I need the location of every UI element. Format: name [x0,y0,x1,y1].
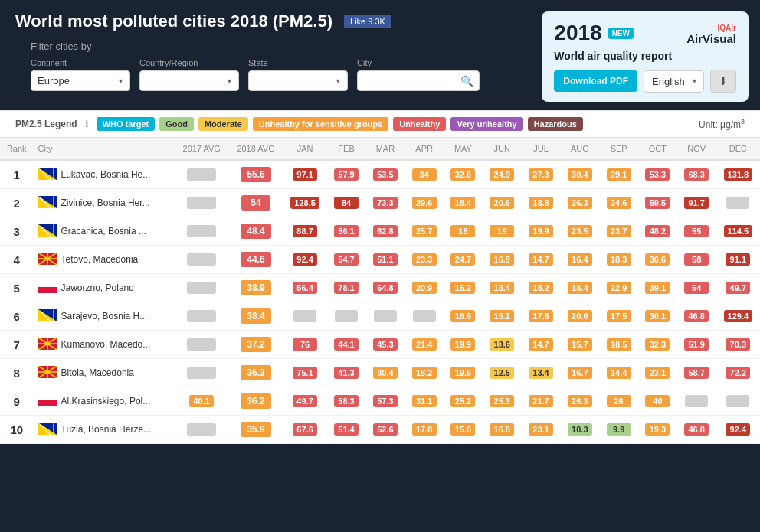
col-header-city: City [34,138,175,160]
svg-point-8 [48,177,49,178]
month-cell: 53.5 [365,160,405,189]
month-cell: 16.2 [444,274,483,302]
col-header-jul: JUL [522,138,561,160]
svg-point-15 [43,201,44,202]
rank-cell: 2 [0,189,34,217]
month-cell: 29.6 [405,189,444,217]
city-cell[interactable]: Jaworzno, Poland [34,274,175,302]
month-cell [716,387,760,416]
city-name: Al.Krasinskiego, Pol... [61,396,151,406]
table-row: 7 Kumanovo, Macedo... 37.27644.145.321.4… [0,331,760,359]
avg2017-cell [175,246,229,274]
month-cell: 52.6 [365,416,405,444]
table-row: 5 Jaworzno, Poland 38.956.478.164.820.91… [0,274,760,302]
svg-point-41 [40,311,41,312]
month-cell: 46.8 [677,416,716,444]
avg2018-cell: 36.3 [229,359,283,387]
svg-rect-61 [38,400,57,406]
legend-info-icon[interactable]: ℹ [85,119,89,129]
avg2018-cell: 54 [229,189,283,217]
svg-point-67 [43,427,44,429]
month-cell: 72.2 [716,359,760,387]
col-header-may: MAY [444,138,483,160]
month-cell: 64.8 [365,274,405,302]
svg-point-66 [41,426,43,427]
legend-hazardous: Hazardous [528,117,583,131]
month-cell: 34 [405,160,444,189]
col-header-aug: AUG [560,138,599,160]
country-select[interactable] [139,70,239,91]
month-cell: 58.3 [327,387,366,416]
city-cell[interactable]: Tuzla, Bosnia Herze... [34,416,175,444]
svg-point-13 [40,197,41,199]
continent-select[interactable]: Europe [31,70,130,91]
avg2018-cell: 38.9 [229,274,283,302]
month-cell: 14.7 [522,246,561,274]
month-cell: 56.1 [327,217,366,246]
month-cell: 62.8 [365,217,405,246]
month-cell: 25.2 [444,387,483,416]
month-cell: 45.3 [365,331,405,359]
svg-point-14 [41,199,43,201]
search-icon[interactable]: 🔍 [460,75,473,87]
month-cell [283,302,326,331]
col-header-rank: Rank [0,138,34,160]
city-cell[interactable]: Lukavac, Bosnia He... [34,160,175,189]
avg2018-cell: 48.4 [229,217,283,246]
city-cell[interactable]: Bitola, Macedonia [34,359,175,387]
month-cell: 21.4 [405,331,444,359]
svg-point-16 [44,202,46,204]
svg-point-45 [46,317,48,318]
continent-label: Continent [31,58,130,67]
city-cell[interactable]: Tetovo, Macedonia [34,246,175,274]
month-cell: 17.6 [522,302,561,331]
month-cell: 131.8 [716,160,760,189]
flag-icon [38,224,57,239]
month-cell: 16.4 [560,246,599,274]
col-header-sep: SEP [599,138,638,160]
col-header-dec: DEC [716,138,760,160]
legend-good: Good [159,117,194,131]
month-cell: 17.5 [599,302,638,331]
svg-point-43 [43,314,44,315]
month-cell: 19 [483,217,522,246]
new-badge: NEW [608,28,634,39]
month-cell: 12.5 [483,359,522,387]
city-cell[interactable]: Kumanovo, Macedo... [34,331,175,359]
rank-cell: 1 [0,160,34,189]
month-cell: 26 [599,387,638,416]
rank-cell: 7 [0,331,34,359]
month-cell: 16.7 [560,359,599,387]
avg2017-cell: 40.1 [175,387,229,416]
avg2017-cell [175,302,229,331]
month-cell: 15.7 [560,331,599,359]
month-cell: 22.9 [599,274,638,302]
city-cell[interactable]: Zivinice, Bosnia Her... [34,189,175,217]
download-icon-button[interactable]: ⬇ [710,70,736,93]
avg2018-cell: 36.2 [229,387,283,416]
month-cell: 14.7 [522,331,561,359]
city-cell[interactable]: Sarajevo, Bosnia H... [34,302,175,331]
month-cell [365,302,405,331]
city-name: Jaworzno, Poland [61,282,134,293]
city-cell[interactable]: Al.Krasinskiego, Pol... [34,387,175,416]
fb-like-button[interactable]: Like 9.3K [344,15,391,28]
rank-cell: 5 [0,274,34,302]
state-select[interactable] [248,70,348,91]
month-cell: 54 [677,274,716,302]
month-cell: 36.6 [638,246,677,274]
svg-point-68 [44,429,46,430]
city-cell[interactable]: Gracanica, Bosnia ... [34,217,175,246]
flag-icon [38,309,57,324]
month-cell: 29.1 [599,160,638,189]
month-cell: 18.4 [560,274,599,302]
avg2017-cell [175,359,229,387]
avg2018-cell: 55.6 [229,160,283,189]
flag-icon [38,168,57,182]
month-cell: 21.7 [522,387,561,416]
download-pdf-button[interactable]: Download PDF [554,70,637,92]
rank-cell: 10 [0,416,34,444]
month-cell: 55 [677,217,716,246]
language-select[interactable]: English [644,70,704,93]
col-header-2017-avg: 2017 AVG [175,138,229,160]
